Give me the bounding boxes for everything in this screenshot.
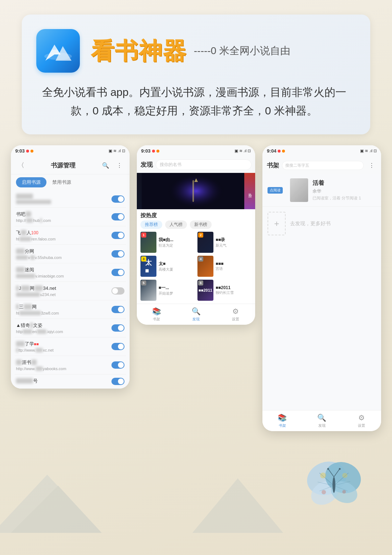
source-item-10[interactable]: ■■涯书■■ http://www.■■■yabooks.com (15, 356, 126, 374)
book-item-1[interactable]: 1 我■由... 狂送为定 (140, 232, 195, 253)
svg-point-21 (332, 477, 335, 493)
toggle-3[interactable] (111, 232, 124, 239)
app-icon (36, 29, 80, 73)
book-cover-6: 6 ■■2011 (197, 280, 213, 301)
toggle-8[interactable] (111, 324, 124, 332)
discover-header: 发现 搜你的名书 (137, 157, 256, 173)
more-icon[interactable]: ⋮ (114, 160, 124, 170)
shelf-search[interactable]: 搜搜二等字五 (282, 161, 364, 170)
butterfly-decoration (298, 453, 370, 518)
status-dot-orange-3 (282, 150, 285, 153)
source-item-8[interactable]: ▲猎奇■文姿 http■■■■en■■■■.iqiyi.com (15, 319, 126, 337)
status-icons-3: ▣ ≋ .ıl ⊡ (360, 149, 377, 153)
rank-tab-recommended[interactable]: 推荐榜 (140, 220, 162, 229)
book-item-3[interactable]: 3 太■ 太■ 高楼大厦 (140, 256, 195, 277)
svg-point-29 (342, 490, 346, 494)
shelf-book-author: 余华 (313, 188, 376, 194)
phone-screen-3: 9:04 ▣ ≋ .ıl ⊡ 书架 搜搜二等字五 ⋮ 点阅读 (262, 145, 381, 431)
screen1-header: 〈 书源管理 🔍 ⋮ (11, 157, 130, 174)
toggle-1[interactable] (111, 195, 124, 203)
settings-icon: ⚙ (232, 307, 239, 316)
status-dot-red (26, 150, 29, 153)
tab-enabled[interactable]: 启用书源 (16, 177, 46, 187)
toggle-9[interactable] (111, 343, 124, 350)
banner-image: 热血 (137, 173, 256, 209)
search-icon[interactable]: 🔍 (101, 160, 111, 170)
svg-point-25 (339, 468, 341, 470)
status-icons-2: ▣ ≋ .ıl ⊡ (234, 149, 251, 153)
status-dot-red-3 (278, 150, 281, 153)
phone-screen-2: 9:03 ▣ ≋ .ıl ⊡ 发现 搜你的名书 (137, 145, 256, 325)
shelf-content: 点阅读 活着 余华 已阅读室，活着 分节阅读 1 + 去发现，更多好书 (262, 174, 381, 319)
nav-shelf-3[interactable]: 📚 书架 (262, 413, 302, 428)
nav-settings-2[interactable]: ⚙ 设置 (216, 307, 255, 322)
toggle-4[interactable] (111, 250, 124, 258)
book-item-6[interactable]: 6 ■■2011 ■■2011 独钓长江雪 (197, 280, 252, 301)
source-item-4[interactable]: ■■■分网 ■■■■■v■■v.55shuba.com (15, 245, 126, 263)
book-cover-5: 5 (140, 280, 156, 301)
shelf-book-item[interactable]: 点阅读 活着 余华 已阅读室，活着 分节阅读 1 (262, 174, 381, 207)
toggle-11[interactable] (111, 378, 124, 385)
toggle-10[interactable] (111, 361, 124, 369)
status-bar-1: 9:03 ▣ ≋ .ıl ⊡ (11, 145, 130, 157)
status-dot-orange-2 (156, 150, 159, 153)
mountain-right-decoration (192, 467, 283, 533)
svg-point-27 (342, 473, 347, 478)
book-item-2[interactable]: 2 ■■录 新元气 (197, 232, 252, 253)
source-list: ■■■■■■ http://■■■53■■.com 书吧■■ http://■■… (11, 190, 130, 389)
app-title-area: 看书神器 -----0 米全网小说自由 (91, 35, 290, 67)
header-icons: 🔍 ⋮ (101, 160, 124, 170)
toggle-2[interactable] (111, 213, 124, 220)
nav-discover-2[interactable]: 🔍 发现 (176, 307, 216, 322)
status-dot-orange (30, 150, 33, 153)
bottom-nav-2: 📚 书架 🔍 发现 ⚙ 设置 (137, 304, 256, 325)
section-label: 按热度 (137, 209, 256, 220)
source-item-2[interactable]: 书吧■■ http://■■■hub■.com (15, 208, 126, 226)
book-cover-3: 3 太■ (140, 256, 156, 277)
shelf-more-icon[interactable]: ⋮ (367, 160, 377, 170)
source-item-1[interactable]: ■■■■■■ http://■■■53■■.com (15, 190, 126, 208)
nav-discover-3[interactable]: 🔍 发现 (302, 413, 342, 428)
add-book-text: 去发现，更多好书 (290, 220, 331, 227)
status-time-1: 9:03 (15, 148, 33, 154)
source-item-3[interactable]: 飞■■人100 ht■■■■■ren.faloo.com (15, 226, 126, 245)
source-item-7[interactable]: ■三■■■网 ht■■■■■■■■■3zw8.com (15, 300, 126, 319)
add-icon: + (268, 212, 286, 235)
back-button[interactable]: 〈 (16, 160, 26, 170)
svg-point-28 (322, 490, 326, 494)
book-cover-4: 4 (197, 256, 213, 277)
nav-settings-3[interactable]: ⚙ 设置 (342, 413, 381, 428)
toggle-7[interactable] (111, 306, 124, 313)
book-item-4[interactable]: 4 ■■■ 宫语 (197, 256, 252, 277)
source-item-11[interactable]: ■■■■■■号 (15, 374, 126, 389)
status-bar-2: 9:03 ▣ ≋ .ıl ⊡ (137, 145, 256, 157)
rank-tab-popular[interactable]: 人气榜 (165, 220, 187, 229)
book-item-5[interactable]: 5 ■一... 开始追梦 (140, 280, 195, 301)
rank-tab-new[interactable]: 新书榜 (190, 220, 212, 229)
settings-icon-3: ⚙ (358, 413, 365, 422)
source-item-6[interactable]: ■J■■■网■■■34.net ■■■■■■■■■■u234.net (15, 282, 126, 300)
shelf-icon: 📚 (152, 307, 161, 316)
tab-disabled[interactable]: 禁用书源 (46, 177, 77, 187)
source-item-5[interactable]: ■■■迷阅 ■■■■■■■■v.imiaobige.com (15, 263, 126, 282)
status-bar-3: 9:04 ▣ ≋ .ıl ⊡ (262, 145, 381, 157)
status-dot-red-2 (152, 150, 155, 153)
status-time-3: 9:04 (267, 148, 285, 154)
shelf-title: 书架 (267, 161, 279, 170)
discover-icon: 🔍 (192, 307, 201, 316)
app-subtitle: -----0 米全网小说自由 (194, 44, 290, 58)
toggle-5[interactable] (111, 269, 124, 276)
shelf-book-title: 活着 (313, 179, 376, 187)
mountain-left-decoration (0, 460, 102, 533)
source-item-9[interactable]: ■■■了学■■ ■ttp://www.■■■xc.net (15, 337, 126, 356)
svg-point-23 (327, 468, 329, 470)
book-grid: 1 我■由... 狂送为定 2 ■■录 新元气 3 太■ (137, 232, 256, 304)
discover-search[interactable]: 搜你的名书 (156, 159, 252, 170)
svg-rect-6 (192, 180, 194, 202)
add-book-item[interactable]: + 去发现，更多好书 (262, 207, 381, 240)
status-icons-1: ▣ ≋ .ıl ⊡ (109, 149, 125, 153)
bottom-decoration (0, 438, 392, 533)
toggle-6[interactable] (111, 287, 124, 295)
book-cover-2: 2 (197, 232, 213, 253)
nav-shelf-2[interactable]: 📚 书架 (137, 307, 176, 322)
